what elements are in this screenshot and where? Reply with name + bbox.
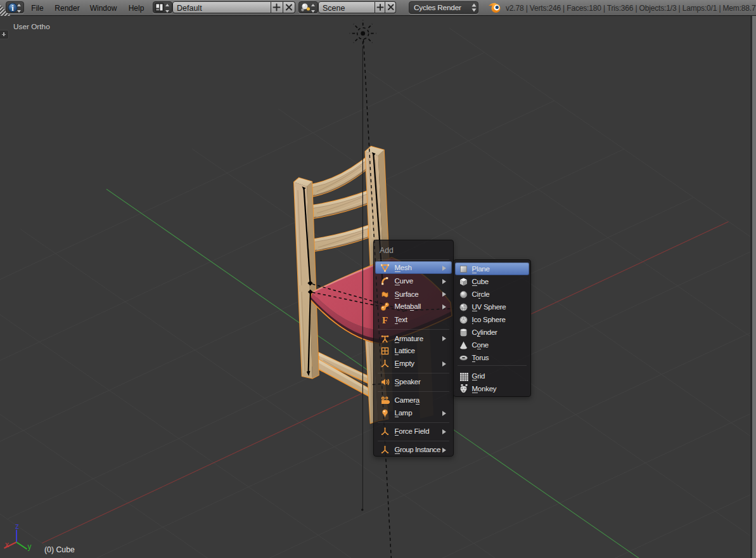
svg-text:x: x [5,540,9,549]
svg-text:y: y [28,542,32,551]
svg-text:F: F [382,315,388,325]
svg-text:z: z [15,522,19,531]
